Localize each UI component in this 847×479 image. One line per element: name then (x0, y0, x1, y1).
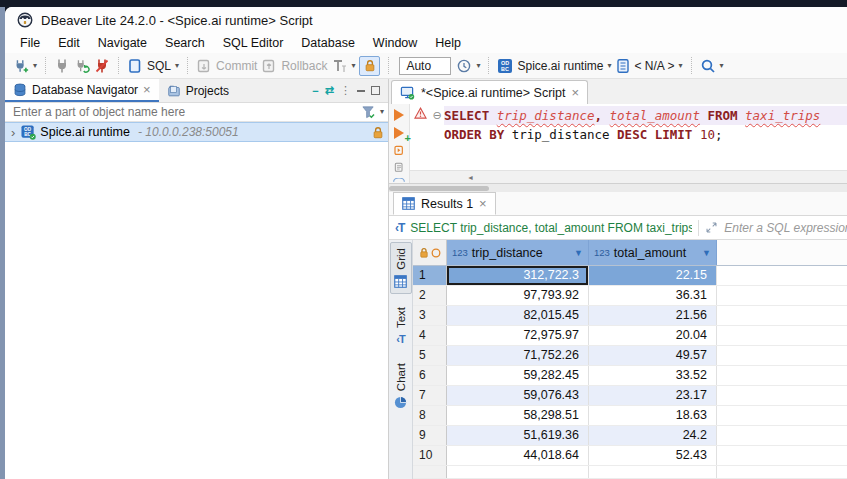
menu-file[interactable]: File (11, 34, 49, 52)
tab-sql-script[interactable]: *<Spice.ai runtime> Script × (391, 80, 588, 104)
expand-filter-icon[interactable] (705, 221, 718, 234)
menu-help[interactable]: Help (426, 34, 470, 52)
minimize-panel-icon[interactable] (357, 89, 365, 92)
cell-total-amount[interactable]: 33.52 (589, 366, 717, 385)
editor-horizontal-scrollbar[interactable]: ◄ (410, 170, 847, 183)
close-icon[interactable]: × (479, 197, 487, 210)
catalog-caret-icon[interactable]: ▾ (679, 62, 683, 70)
table-row[interactable]: 951,619.3624.2 (413, 426, 847, 446)
cell-total-amount[interactable]: 20.04 (589, 326, 717, 345)
menu-sql-editor[interactable]: SQL Editor (214, 34, 293, 52)
tab-grid[interactable]: Grid (390, 242, 412, 294)
cell-trip-distance[interactable]: 58,298.51 (447, 406, 589, 425)
filter-expression-placeholder[interactable]: Enter a SQL expression to (724, 221, 847, 235)
cell-total-amount[interactable]: 52.43 (589, 446, 717, 465)
result-query-text[interactable]: SELECT trip_distance, total_amount FROM … (410, 221, 692, 235)
connect-icon[interactable] (54, 58, 70, 74)
row-number-cell[interactable]: 5 (413, 346, 447, 365)
table-row[interactable]: 1044,018.6452.43 (413, 446, 847, 466)
menu-edit[interactable]: Edit (49, 34, 89, 52)
execute-statement-button[interactable] (394, 109, 404, 121)
filter-caret-icon[interactable]: ▾ (380, 108, 384, 116)
table-row[interactable]: 382,015.4521.56 (413, 306, 847, 326)
column-header-trip-distance[interactable]: 123 trip_distance ▼ (447, 240, 589, 265)
table-row[interactable]: 759,076.4323.17 (413, 386, 847, 406)
collapse-icon[interactable]: ⊖ (432, 109, 441, 121)
tab-database-navigator[interactable]: Database Navigator × (5, 79, 159, 102)
rollback-button[interactable]: Rollback (281, 59, 327, 73)
explain-plan-button[interactable] (392, 162, 406, 173)
commit-button[interactable]: Commit (216, 59, 257, 73)
rollback-icon[interactable] (261, 58, 277, 74)
history-caret-icon[interactable]: ▾ (476, 62, 480, 70)
cell-trip-distance[interactable]: 71,752.26 (447, 346, 589, 365)
disconnect-icon[interactable] (94, 58, 110, 74)
column-header-total-amount[interactable]: 123 total_amount ▼ (589, 240, 717, 265)
object-filter-input[interactable] (11, 104, 357, 120)
cell-trip-distance[interactable]: 44,018.64 (447, 446, 589, 465)
filter-funnel-icon[interactable] (361, 105, 376, 119)
cell-trip-distance[interactable]: 59,076.43 (447, 386, 589, 405)
minimize-view-icon[interactable]: − (309, 85, 321, 97)
transaction-mode-icon[interactable] (331, 58, 347, 74)
cell-trip-distance[interactable]: 59,282.45 (447, 366, 589, 385)
history-clock-icon[interactable] (456, 58, 472, 74)
connection-readonly-toggle[interactable] (359, 56, 380, 76)
menu-window[interactable]: Window (364, 34, 426, 52)
reconnect-icon[interactable] (74, 58, 90, 74)
link-with-editor-icon[interactable]: ⇄ (322, 84, 337, 97)
table-row[interactable]: 297,793.9236.31 (413, 286, 847, 306)
cell-trip-distance[interactable]: 312,722.3 (447, 266, 589, 285)
expand-chevron-icon[interactable]: › (11, 125, 15, 140)
cell-trip-distance[interactable]: 72,975.97 (447, 326, 589, 345)
row-number-cell[interactable]: 3 (413, 306, 447, 325)
cell-total-amount[interactable]: 24.2 (589, 426, 717, 445)
search-caret-icon[interactable]: ▾ (720, 62, 724, 70)
cell-trip-distance[interactable]: 51,619.36 (447, 426, 589, 445)
connection-tree-item[interactable]: › OD BC Spice.ai runtime - 10.0.0.238:50… (5, 122, 388, 142)
table-row[interactable]: 472,975.9720.04 (413, 326, 847, 346)
title-bar[interactable]: DBeaver Lite 24.2.0 - <Spice.ai runtime>… (5, 7, 847, 33)
tab-projects[interactable]: Projects (159, 79, 237, 102)
editor-results-splitter[interactable] (389, 183, 847, 192)
row-number-cell[interactable]: 4 (413, 326, 447, 345)
sql-editor[interactable]: ⊖ SELECT trip_distance, total_amount FRO… (410, 104, 847, 170)
sql-caret-icon[interactable]: ▾ (175, 62, 179, 70)
select-all-corner[interactable] (413, 240, 447, 265)
cell-total-amount[interactable]: 22.15 (589, 266, 717, 285)
cell-trip-distance[interactable]: 82,015.45 (447, 306, 589, 325)
row-number-cell[interactable]: 10 (413, 446, 447, 465)
maximize-panel-icon[interactable] (371, 86, 380, 95)
sql-line-1[interactable]: SELECT trip_distance, total_amount FROM … (444, 106, 847, 125)
table-row[interactable]: 1312,722.322.15 (413, 266, 847, 286)
commit-icon[interactable] (196, 58, 212, 74)
active-connection-selector[interactable]: Spice.ai runtime (517, 59, 603, 73)
search-icon[interactable] (700, 58, 716, 74)
table-row[interactable]: 571,752.2649.57 (413, 346, 847, 366)
cell-total-amount[interactable]: 49.57 (589, 346, 717, 365)
row-number-cell[interactable]: 7 (413, 386, 447, 405)
tab-text[interactable]: Text ‹T (390, 302, 412, 350)
menu-navigate[interactable]: Navigate (89, 34, 156, 52)
row-number-cell[interactable]: 2 (413, 286, 447, 305)
row-number-cell[interactable]: 9 (413, 426, 447, 445)
execute-script-button[interactable] (392, 145, 406, 156)
row-number-cell[interactable]: 6 (413, 366, 447, 385)
code-lines[interactable]: SELECT trip_distance, total_amount FROM … (444, 104, 847, 170)
close-icon[interactable]: × (143, 83, 151, 96)
autocommit-select[interactable]: Auto (399, 57, 451, 75)
new-connection-caret-icon[interactable]: ▾ (33, 62, 37, 70)
splitter-thumb[interactable] (389, 186, 489, 191)
tab-chart[interactable]: Chart (390, 358, 412, 414)
cell-total-amount[interactable]: 36.31 (589, 286, 717, 305)
execute-in-new-tab-button[interactable]: + (394, 127, 404, 139)
transaction-caret-icon[interactable]: ▾ (351, 62, 355, 70)
close-icon[interactable]: × (572, 86, 580, 99)
tab-results-1[interactable]: Results 1 × (393, 192, 496, 215)
cell-total-amount[interactable]: 23.17 (589, 386, 717, 405)
table-row[interactable]: 858,298.5118.63 (413, 406, 847, 426)
view-menu-icon[interactable]: ⋮ (337, 84, 354, 97)
row-number-cell[interactable]: 1 (413, 266, 447, 285)
connection-caret-icon[interactable]: ▾ (608, 62, 612, 70)
menu-search[interactable]: Search (156, 34, 214, 52)
